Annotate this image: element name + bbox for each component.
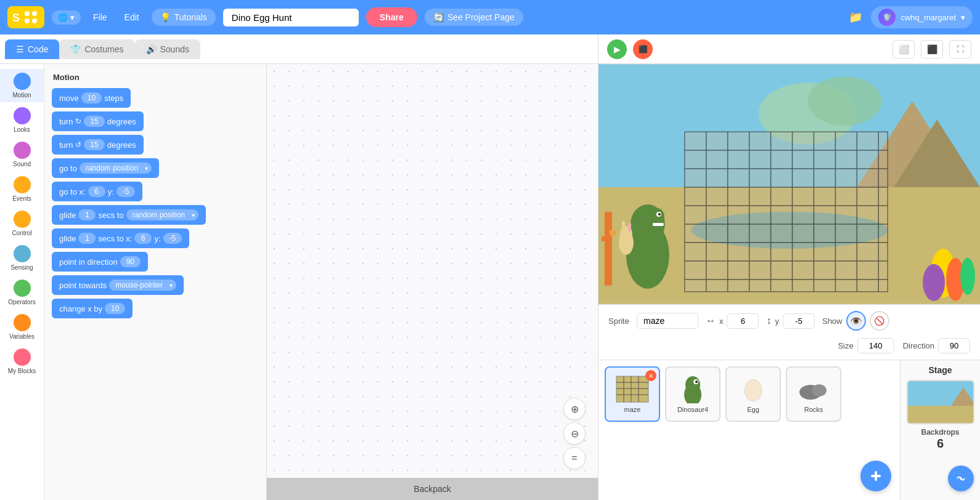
block-glide-pos-val1[interactable]: 1	[78, 209, 96, 220]
backdrops-label: Backdrops	[921, 428, 959, 437]
block-goto-xy[interactable]: go to x: 6 y: -5	[52, 182, 142, 201]
tab-sounds[interactable]: 🔊 Sounds	[135, 39, 200, 59]
block-goto-xy-y[interactable]: -5	[116, 186, 136, 197]
svg-point-62	[812, 384, 827, 397]
sprites-grid: ✕ maze	[598, 360, 900, 463]
sprite-card-dinosaur4[interactable]: Dinosaur4	[665, 366, 721, 422]
add-sprite-button[interactable]	[860, 461, 891, 491]
block-point-towards-dropdown[interactable]: mouse-pointer	[109, 280, 176, 291]
sprite-card-rocks[interactable]: Rocks	[786, 366, 841, 422]
see-project-label: See Project Page	[447, 12, 515, 22]
zoom-reset-button[interactable]: =	[563, 447, 586, 469]
block-move-suffix: steps	[104, 94, 123, 103]
block-glide-xy-x[interactable]: 6	[134, 233, 152, 244]
block-change-x[interactable]: change x by 10	[52, 299, 133, 318]
block-goto-xy-x[interactable]: 6	[88, 186, 105, 197]
sidebar-item-motion[interactable]: Motion	[0, 69, 44, 102]
sprite-delete-maze[interactable]: ✕	[645, 370, 656, 381]
svg-text:S: S	[12, 12, 20, 24]
block-glide-xy[interactable]: glide 1 secs to x: 6 y: -5	[52, 228, 189, 248]
green-flag-button[interactable]: ▶	[607, 39, 627, 59]
scratch-logo: S	[7, 6, 44, 28]
show-hidden-button[interactable]: 🚫	[870, 311, 889, 331]
folder-icon[interactable]: 📁	[849, 10, 862, 24]
show-visible-button[interactable]: 👁️	[846, 311, 866, 331]
stage-side-panel: Stage Backdrops 6	[900, 360, 980, 500]
block-turn-ccw-value[interactable]: 15	[84, 139, 104, 150]
refresh-icon: 🔄	[433, 12, 444, 22]
direction-label: Direction	[903, 341, 934, 350]
svg-rect-38	[602, 236, 608, 241]
svg-point-70	[960, 477, 962, 480]
zoom-out-button[interactable]: ⊖	[563, 422, 586, 445]
block-glide-pos[interactable]: glide 1 secs to random position	[52, 205, 206, 225]
block-turn-cw-value[interactable]: 15	[84, 116, 104, 127]
sprite-name-input[interactable]	[637, 313, 698, 329]
lightbulb-icon: 💡	[160, 12, 171, 22]
x-label: x	[719, 317, 724, 326]
tab-code[interactable]: ☰ Code	[5, 39, 59, 59]
sidebar-item-variables[interactable]: Variables	[0, 310, 44, 344]
block-point-dir[interactable]: point in direction 90	[52, 252, 148, 272]
block-goto-xy-ylabel: y:	[108, 187, 114, 196]
file-menu[interactable]: File	[88, 10, 112, 25]
block-glide-pos-dropdown[interactable]: random position	[126, 209, 198, 220]
sidebar-item-sensing[interactable]: Sensing	[0, 241, 44, 275]
svg-point-33	[650, 208, 664, 225]
add-backdrop-button[interactable]	[948, 466, 974, 491]
edit-menu[interactable]: Edit	[120, 10, 144, 25]
blocks-area: Motion Looks Sound Events Control	[0, 64, 598, 500]
block-move-value[interactable]: 10	[81, 92, 102, 103]
block-change-x-value[interactable]: 10	[105, 303, 125, 314]
see-project-button[interactable]: 🔄 See Project Page	[425, 9, 523, 26]
sprite-thumb-rocks	[796, 375, 831, 403]
fullscreen-button[interactable]: ⛶	[949, 40, 971, 58]
tutorials-button[interactable]: 💡 Tutorials	[152, 9, 216, 26]
sidebar-item-control[interactable]: Control	[0, 207, 44, 240]
project-name-input[interactable]	[223, 9, 359, 26]
sprite-card-egg[interactable]: Egg	[725, 366, 781, 422]
backpack-bar[interactable]: Backpack	[267, 478, 598, 500]
globe-button[interactable]: 🌐 ▾	[52, 10, 81, 25]
layout-small-button[interactable]: ⬜	[892, 40, 915, 58]
y-value-input[interactable]	[783, 313, 815, 329]
block-point-towards[interactable]: point towards mouse-pointer	[52, 275, 184, 295]
block-turn-ccw[interactable]: turn ↺ 15 degrees	[52, 135, 144, 155]
stop-icon: ⬛	[639, 45, 648, 54]
tab-costumes[interactable]: 👕 Costumes	[59, 39, 134, 59]
sidebar-item-my-blocks[interactable]: My Blocks	[0, 345, 44, 378]
zoom-out-icon: ⊖	[571, 428, 579, 440]
direction-input[interactable]	[938, 338, 970, 353]
block-move[interactable]: move 10 steps	[52, 88, 131, 108]
block-glide-xy-val1[interactable]: 1	[78, 233, 96, 244]
block-goto-xy-text: go to x:	[59, 187, 86, 196]
layout-large-button[interactable]: ⬛	[921, 40, 943, 58]
block-goto-dropdown[interactable]: random position	[80, 163, 152, 174]
block-turn-ccw-suffix: degrees	[107, 140, 136, 150]
stage-thumbnail[interactable]	[907, 380, 974, 424]
block-glide-xy-y[interactable]: -5	[163, 233, 182, 244]
block-glide-xy-ylabel: y:	[154, 234, 160, 243]
block-goto-text: go to	[59, 164, 77, 173]
user-badge[interactable]: 🛡️ cwhq_margaret ▾	[871, 6, 973, 28]
sidebar-item-operators[interactable]: Operators	[0, 276, 44, 309]
eye-open-icon: 👁️	[850, 315, 862, 327]
sidebar-item-sound[interactable]: Sound	[0, 138, 44, 171]
stage-controls: ▶ ⬛ ⬜ ⬛ ⛶	[598, 34, 980, 64]
x-value-input[interactable]	[727, 313, 759, 329]
size-label: Size	[838, 341, 853, 350]
sidebar-item-events[interactable]: Events	[0, 172, 44, 206]
sprite-card-maze[interactable]: ✕ maze	[605, 366, 660, 422]
sidebar-item-looks[interactable]: Looks	[0, 103, 44, 137]
block-turn-cw[interactable]: turn ↻ 15 degrees	[52, 111, 144, 131]
size-input[interactable]	[857, 338, 894, 353]
script-area[interactable]: ⊕ ⊖ = Backpack	[266, 64, 598, 500]
zoom-in-button[interactable]: ⊕	[563, 398, 586, 420]
block-turn-ccw-text: turn	[59, 140, 73, 150]
stop-button[interactable]: ⬛	[633, 39, 653, 59]
block-point-dir-value[interactable]: 90	[120, 256, 141, 267]
share-button[interactable]: Share	[366, 7, 417, 27]
block-goto[interactable]: go to random position	[52, 158, 159, 178]
eye-closed-icon: 🚫	[874, 316, 884, 326]
show-label: Show	[822, 317, 843, 326]
